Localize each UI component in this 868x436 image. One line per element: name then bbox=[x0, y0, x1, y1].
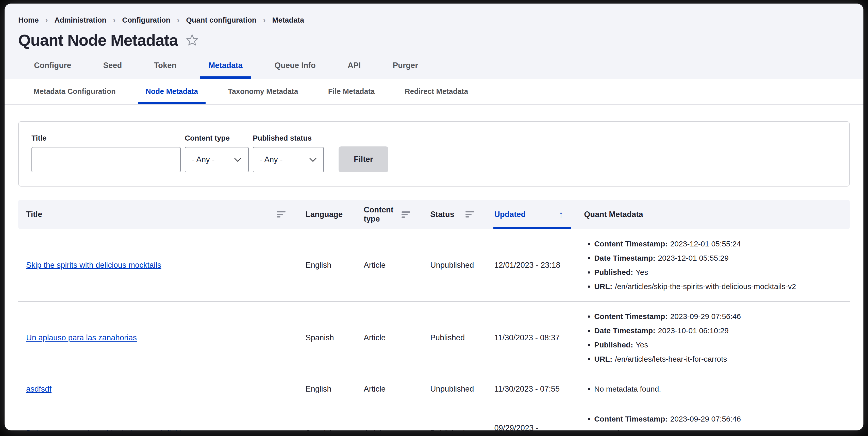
published-status-filter-label: Published status bbox=[253, 134, 324, 143]
subtab-file-metadata[interactable]: File Metadata bbox=[320, 79, 382, 104]
updated-cell: 11/30/2023 - 08:37 bbox=[486, 302, 576, 374]
column-header-content-type[interactable]: Content type bbox=[356, 200, 422, 229]
metadata-item: Date Timestamp:2023-12-01 05:55:29 bbox=[594, 251, 845, 265]
node-title-link[interactable]: Un aplauso para las zanahorias bbox=[26, 333, 137, 342]
breadcrumb-separator-icon: › bbox=[177, 16, 180, 24]
metadata-item: Content Timestamp:2023-09-29 07:56:46 bbox=[594, 309, 845, 323]
updated-cell: 09/29/2023 - 07:56 bbox=[486, 404, 576, 430]
column-header-title[interactable]: Title bbox=[18, 200, 298, 229]
updated-cell: 12/01/2023 - 23:18 bbox=[486, 229, 576, 302]
column-header-quant-metadata-label: Quant Metadata bbox=[584, 210, 643, 219]
column-header-title-label: Title bbox=[26, 210, 42, 219]
breadcrumb-item-metadata[interactable]: Metadata bbox=[272, 16, 304, 24]
subtab-metadata-configuration[interactable]: Metadata Configuration bbox=[26, 79, 123, 104]
title-filter-input[interactable] bbox=[31, 147, 181, 172]
table-row: Skip the spirits with delicious mocktail… bbox=[18, 229, 850, 302]
quant-metadata-cell: Content Timestamp:2023-09-29 07:56:46 Da… bbox=[576, 302, 850, 374]
filter-title-field: Title bbox=[31, 134, 181, 172]
page-title: Quant Node Metadata bbox=[18, 31, 178, 49]
table-row: asdfsdf English Article Unpublished 11/3… bbox=[18, 374, 850, 404]
published-status-select[interactable]: - Any - bbox=[253, 147, 324, 172]
tab-metadata[interactable]: Metadata bbox=[200, 59, 250, 79]
filter-content-type-field: Content type - Any - bbox=[185, 134, 249, 172]
favorite-star-icon[interactable] bbox=[185, 33, 199, 47]
breadcrumb-item-home[interactable]: Home bbox=[18, 16, 39, 24]
column-header-updated-label: Updated bbox=[494, 210, 526, 219]
subtab-taxonomy-metadata[interactable]: Taxonomy Metadata bbox=[220, 79, 306, 104]
updated-cell: 11/30/2023 - 07:55 bbox=[486, 374, 576, 404]
content-type-cell: Article bbox=[356, 302, 422, 374]
content-type-cell: Article bbox=[356, 374, 422, 404]
status-cell: Unpublished bbox=[422, 229, 486, 302]
node-metadata-table: Title Language Content type bbox=[18, 200, 850, 430]
metadata-item: No metadata found. bbox=[594, 382, 845, 396]
content-type-cell: Article bbox=[356, 229, 422, 302]
breadcrumb-separator-icon: › bbox=[263, 16, 266, 24]
content-type-select[interactable]: - Any - bbox=[185, 147, 249, 172]
filter-submit-button[interactable]: Filter bbox=[339, 147, 388, 172]
column-header-updated[interactable]: Updated ↑ bbox=[486, 200, 576, 229]
filter-published-status-field: Published status - Any - bbox=[253, 134, 324, 172]
breadcrumb-item-administration[interactable]: Administration bbox=[55, 16, 106, 24]
status-cell: Published bbox=[422, 404, 486, 430]
sort-filter-icon bbox=[402, 211, 410, 218]
column-header-status[interactable]: Status bbox=[422, 200, 486, 229]
breadcrumb-item-configuration[interactable]: Configuration bbox=[122, 16, 170, 24]
content-type-filter-label: Content type bbox=[185, 134, 249, 143]
column-header-language: Language bbox=[298, 200, 356, 229]
column-header-content-type-label: Content type bbox=[364, 205, 402, 223]
breadcrumb-item-quant-configuration[interactable]: Quant configuration bbox=[186, 16, 256, 24]
node-title-link[interactable]: asdfsdf bbox=[26, 384, 52, 393]
page-content: Title Content type - Any - Published sta… bbox=[5, 121, 863, 430]
tab-seed[interactable]: Seed bbox=[95, 59, 130, 79]
sort-filter-icon bbox=[465, 211, 474, 217]
sort-ascending-icon: ↑ bbox=[558, 209, 563, 220]
table-row: Dale a tu avena el cambio de imagen defi… bbox=[18, 404, 850, 430]
filter-panel: Title Content type - Any - Published sta… bbox=[18, 121, 850, 187]
metadata-item: Content Timestamp:2023-12-01 05:55:24 bbox=[594, 237, 845, 251]
metadata-item: Published:Yes bbox=[594, 265, 845, 279]
language-cell: Spanish bbox=[298, 404, 356, 430]
language-cell: English bbox=[298, 229, 356, 302]
column-header-quant-metadata: Quant Metadata bbox=[576, 200, 850, 229]
subtab-redirect-metadata[interactable]: Redirect Metadata bbox=[397, 79, 476, 104]
title-filter-label: Title bbox=[31, 134, 181, 143]
node-metadata-table-wrap: Title Language Content type bbox=[18, 200, 850, 430]
page-header: Home › Administration › Configuration › … bbox=[5, 4, 863, 79]
main-window: Home › Administration › Configuration › … bbox=[5, 4, 863, 430]
breadcrumb-separator-icon: › bbox=[113, 16, 116, 24]
metadata-item: Content Timestamp:2023-09-29 07:56:46 bbox=[594, 412, 845, 426]
quant-metadata-cell: No metadata found. bbox=[576, 374, 850, 404]
published-status-selected-value: - Any - bbox=[260, 155, 283, 164]
tab-api[interactable]: API bbox=[340, 59, 369, 79]
page-title-row: Quant Node Metadata bbox=[18, 31, 850, 49]
breadcrumb-separator-icon: › bbox=[45, 16, 48, 24]
column-header-status-label: Status bbox=[430, 210, 454, 219]
status-cell: Unpublished bbox=[422, 374, 486, 404]
table-row: Un aplauso para las zanahorias Spanish A… bbox=[18, 302, 850, 374]
quant-metadata-cell: Content Timestamp:2023-12-01 05:55:24 Da… bbox=[576, 229, 850, 302]
breadcrumb: Home › Administration › Configuration › … bbox=[18, 16, 850, 24]
quant-metadata-cell: Content Timestamp:2023-09-29 07:56:46 Da… bbox=[576, 404, 850, 430]
table-header-row: Title Language Content type bbox=[18, 200, 850, 229]
tab-configure[interactable]: Configure bbox=[26, 59, 79, 79]
metadata-item: Date Timestamp:2023-10-01 06:10:33 bbox=[594, 426, 845, 430]
content-type-selected-value: - Any - bbox=[192, 155, 215, 164]
active-sort-underline bbox=[493, 227, 571, 229]
metadata-item: Date Timestamp:2023-10-01 06:10:29 bbox=[594, 323, 845, 338]
metadata-item: URL:/en/articles/skip-the-spirits-with-d… bbox=[594, 279, 845, 293]
node-title-link[interactable]: Skip the spirits with delicious mocktail… bbox=[26, 261, 161, 270]
secondary-tabs: Metadata Configuration Node Metadata Tax… bbox=[5, 79, 863, 104]
language-cell: Spanish bbox=[298, 302, 356, 374]
tab-token[interactable]: Token bbox=[146, 59, 185, 79]
tab-purger[interactable]: Purger bbox=[384, 59, 426, 79]
status-cell: Published bbox=[422, 302, 486, 374]
content-type-cell: Article bbox=[356, 404, 422, 430]
primary-tabs: Configure Seed Token Metadata Queue Info… bbox=[18, 59, 850, 79]
tab-queue-info[interactable]: Queue Info bbox=[267, 59, 324, 79]
sort-filter-icon bbox=[277, 211, 285, 217]
chevron-down-icon bbox=[309, 155, 317, 164]
metadata-item: URL:/en/articles/lets-hear-it-for-carrot… bbox=[594, 352, 845, 366]
node-title-link[interactable]: Dale a tu avena el cambio de imagen defi… bbox=[26, 429, 189, 430]
subtab-node-metadata[interactable]: Node Metadata bbox=[138, 79, 206, 104]
